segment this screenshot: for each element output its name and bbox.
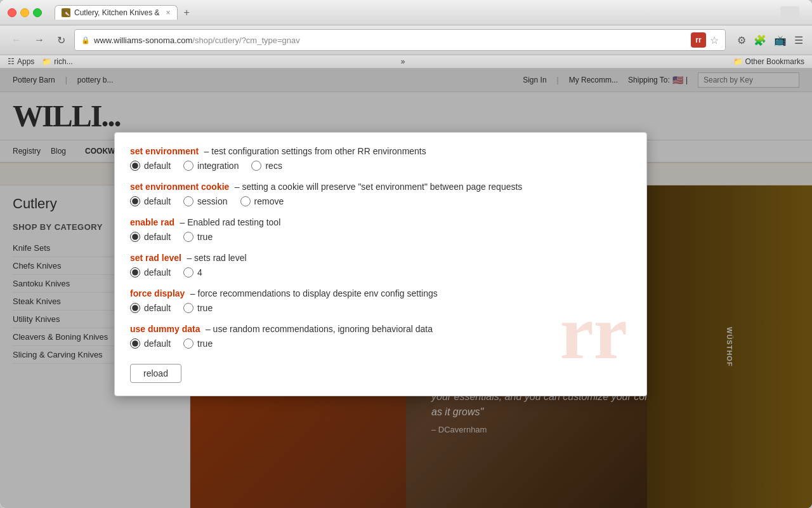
env-cookie-session-option[interactable]: session bbox=[183, 196, 227, 206]
new-tab-button[interactable]: + bbox=[180, 6, 193, 20]
browser-window: 🔪 Cutlery, Kitchen Knives & × + ← → ↻ 🔒 … bbox=[0, 0, 812, 508]
enable-rad-default-label: default bbox=[144, 232, 171, 242]
address-path: /shop/cutlery/?cm_type=gnav bbox=[192, 36, 299, 45]
enable-rad-default-radio[interactable] bbox=[130, 232, 140, 242]
maximize-button[interactable] bbox=[33, 8, 42, 17]
title-bar: 🔪 Cutlery, Kitchen Knives & × + bbox=[0, 0, 812, 25]
active-tab[interactable]: 🔪 Cutlery, Kitchen Knives & × bbox=[55, 5, 178, 20]
bookmark-star-button[interactable]: ☆ bbox=[710, 34, 719, 46]
other-bookmarks-folder-icon: 📁 bbox=[733, 57, 743, 66]
bookmark-rich[interactable]: 📁 rich... bbox=[42, 57, 72, 66]
env-cookie-remove-label: remove bbox=[254, 196, 284, 206]
enable-rad-true-option[interactable]: true bbox=[183, 232, 213, 242]
env-cookie-remove-option[interactable]: remove bbox=[240, 196, 284, 206]
cast-icon[interactable]: 📺 bbox=[773, 33, 788, 48]
rad-level-default-radio[interactable] bbox=[130, 267, 140, 277]
enable-rad-desc: – Enabled rad testing tool bbox=[180, 217, 280, 227]
force-display-options: default true bbox=[130, 303, 631, 313]
popup-row-set-environment: set environment – test configuration set… bbox=[130, 145, 631, 171]
force-display-default-radio[interactable] bbox=[130, 303, 140, 313]
set-env-integration-radio[interactable] bbox=[183, 161, 193, 171]
env-cookie-remove-radio[interactable] bbox=[240, 196, 251, 206]
bookmark-rich-label: rich... bbox=[54, 57, 72, 66]
env-cookie-session-radio[interactable] bbox=[183, 196, 193, 206]
set-env-integration-label: integration bbox=[197, 161, 239, 171]
force-display-true-label: true bbox=[197, 303, 213, 313]
set-environment-desc: – test configuration settings from other… bbox=[204, 146, 426, 156]
set-environment-options: default integration recs bbox=[130, 161, 631, 171]
set-env-recs-radio[interactable] bbox=[251, 161, 261, 171]
browser-toolbar: ← → ↻ 🔒 www.williams-sonoma.com/shop/cut… bbox=[0, 25, 812, 55]
reload-button[interactable]: reload bbox=[130, 364, 181, 383]
rad-level-label: set rad level bbox=[130, 253, 181, 263]
window-resize-button[interactable] bbox=[780, 6, 799, 19]
dummy-data-desc: – use random recommendations, ignoring b… bbox=[206, 324, 433, 334]
tab-favicon: 🔪 bbox=[62, 8, 70, 17]
close-button[interactable] bbox=[8, 8, 16, 17]
set-env-recs-option[interactable]: recs bbox=[251, 161, 282, 171]
tab-close-button[interactable]: × bbox=[166, 8, 171, 17]
enable-rad-options: default true bbox=[130, 232, 631, 242]
extensions-icon[interactable]: 🧩 bbox=[752, 33, 768, 48]
enable-rad-true-radio[interactable] bbox=[183, 232, 193, 242]
rr-settings-popup: set environment – test configuration set… bbox=[114, 132, 647, 396]
dummy-data-default-option[interactable]: default bbox=[130, 338, 171, 349]
dummy-data-default-radio[interactable] bbox=[130, 338, 140, 349]
env-cookie-label: set environment cookie bbox=[130, 182, 229, 192]
folder-icon: 📁 bbox=[42, 57, 51, 66]
address-bar[interactable]: 🔒 www.williams-sonoma.com/shop/cutlery/?… bbox=[74, 29, 726, 51]
env-cookie-default-option[interactable]: default bbox=[130, 196, 171, 206]
dummy-data-options: default true bbox=[130, 338, 631, 349]
enable-rad-default-option[interactable]: default bbox=[130, 232, 171, 242]
rad-level-4-option[interactable]: 4 bbox=[183, 267, 202, 277]
popup-row-rad-level: set rad level – sets rad level default 4 bbox=[130, 252, 631, 277]
back-button[interactable]: ← bbox=[8, 33, 25, 47]
tab-bar: 🔪 Cutlery, Kitchen Knives & × + bbox=[55, 5, 775, 20]
more-bookmarks-button[interactable]: » bbox=[401, 57, 405, 66]
other-bookmarks-label: Other Bookmarks bbox=[745, 57, 804, 66]
reload-button[interactable]: ↻ bbox=[53, 33, 69, 48]
dummy-data-default-label: default bbox=[144, 338, 171, 349]
force-display-true-option[interactable]: true bbox=[183, 303, 213, 313]
popup-row-dummy-data: use dummy data – use random recommendati… bbox=[130, 323, 631, 349]
menu-icon[interactable]: ☰ bbox=[793, 33, 804, 48]
env-cookie-default-radio[interactable] bbox=[130, 196, 140, 206]
rad-level-4-radio[interactable] bbox=[183, 267, 193, 277]
force-display-label: force display bbox=[130, 288, 185, 298]
rr-extension-button[interactable]: rr bbox=[691, 32, 706, 48]
lock-icon: 🔒 bbox=[81, 36, 90, 44]
apps-grid-icon: ☷ bbox=[8, 57, 15, 66]
force-display-true-radio[interactable] bbox=[183, 303, 193, 313]
bookmark-apps-label: Apps bbox=[17, 57, 34, 66]
other-bookmarks[interactable]: 📁 Other Bookmarks bbox=[733, 57, 804, 66]
rad-level-desc: – sets rad level bbox=[187, 253, 246, 263]
set-env-default-radio[interactable] bbox=[130, 161, 140, 171]
env-cookie-desc: – setting a cookie will preserve "set en… bbox=[235, 182, 523, 192]
settings-icon[interactable]: ⚙ bbox=[736, 33, 747, 48]
env-cookie-options: default session remove bbox=[130, 196, 631, 206]
force-display-default-option[interactable]: default bbox=[130, 303, 171, 313]
tab-title: Cutlery, Kitchen Knives & bbox=[74, 8, 160, 17]
env-cookie-session-label: session bbox=[197, 196, 227, 206]
dummy-data-true-option[interactable]: true bbox=[183, 338, 213, 349]
bookmarks-bar: ☷ Apps 📁 rich... » 📁 Other Bookmarks bbox=[0, 55, 812, 69]
dummy-data-true-radio[interactable] bbox=[183, 338, 193, 349]
popup-overlay[interactable]: set environment – test configuration set… bbox=[0, 69, 812, 508]
set-env-default-option[interactable]: default bbox=[130, 161, 171, 171]
address-actions: rr ☆ bbox=[691, 32, 719, 48]
minimize-button[interactable] bbox=[20, 8, 29, 17]
forward-button[interactable]: → bbox=[30, 33, 48, 47]
enable-rad-label: enable rad bbox=[130, 217, 174, 227]
force-display-default-label: default bbox=[144, 303, 171, 313]
bookmark-apps[interactable]: ☷ Apps bbox=[8, 57, 34, 66]
address-domain: www.williams-sonoma.com bbox=[94, 36, 192, 45]
enable-rad-true-label: true bbox=[197, 232, 213, 242]
popup-row-env-cookie: set environment cookie – setting a cooki… bbox=[130, 181, 631, 206]
set-env-integration-option[interactable]: integration bbox=[183, 161, 239, 171]
address-text: www.williams-sonoma.com/shop/cutlery/?cm… bbox=[94, 36, 687, 45]
traffic-lights bbox=[8, 8, 42, 17]
rad-level-4-label: 4 bbox=[197, 267, 202, 277]
website-content: Pottery Barn | pottery b... Sign In | My… bbox=[0, 69, 812, 508]
rad-level-default-label: default bbox=[144, 267, 171, 277]
rad-level-default-option[interactable]: default bbox=[130, 267, 171, 277]
